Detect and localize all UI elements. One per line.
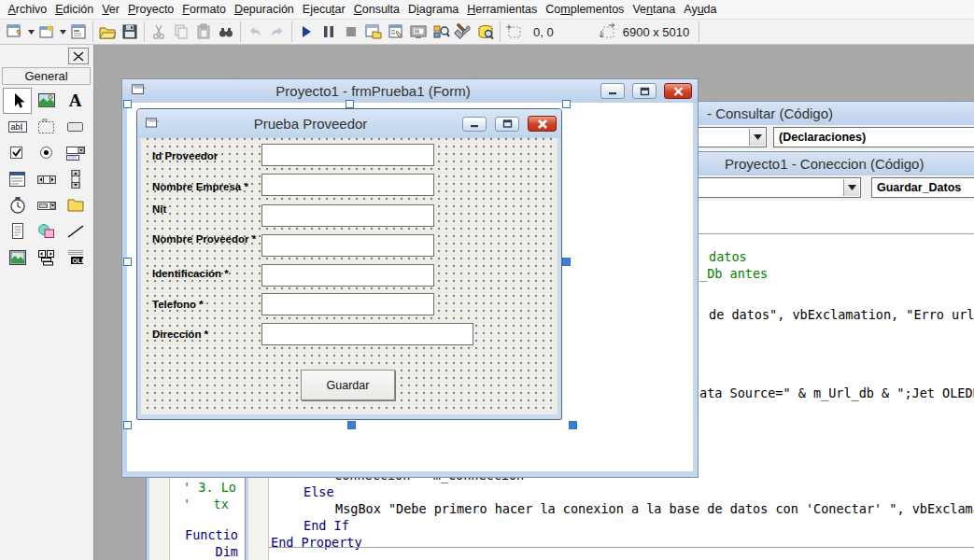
code-line: ' 3. Lo — [183, 480, 236, 495]
tool-frame[interactable]: xy — [32, 114, 61, 140]
form-prueba-proveedor[interactable]: Prueba Proveedor Id Proveedor Nombre Emp… — [136, 108, 562, 420]
selection-handle[interactable] — [123, 421, 132, 429]
menu-ver[interactable]: Ver — [98, 1, 124, 18]
paste-icon[interactable] — [192, 21, 215, 42]
selection-handle[interactable] — [562, 258, 571, 266]
save-project-icon[interactable] — [119, 21, 141, 42]
end-icon[interactable] — [340, 21, 362, 42]
combo-dropdown-icon[interactable] — [749, 129, 765, 146]
selection-handle[interactable] — [347, 421, 356, 429]
guardar-button[interactable]: Guardar — [301, 370, 395, 400]
code-line: _Db antes — [699, 266, 768, 281]
textbox-identificacion[interactable] — [261, 264, 434, 287]
textbox-nit[interactable] — [261, 204, 434, 227]
tool-label[interactable]: A — [61, 88, 90, 114]
break-icon[interactable] — [318, 21, 340, 42]
menu-ejecutar[interactable]: Ejecutar — [298, 1, 349, 18]
combo-dropdown-icon[interactable] — [843, 179, 859, 196]
add-form-dropdown-icon[interactable] — [58, 21, 67, 42]
tool-commandbutton[interactable] — [61, 114, 90, 140]
toolbox-close-button[interactable] — [68, 48, 89, 64]
form-titlebar: Prueba Proveedor — [137, 109, 561, 138]
textbox-nombre-proveedor[interactable] — [261, 234, 434, 257]
designer-close-button[interactable] — [664, 83, 692, 99]
data-view-window-icon[interactable] — [474, 21, 497, 42]
add-project-dropdown-icon[interactable] — [26, 21, 35, 42]
form-layout-window-icon[interactable] — [407, 21, 430, 42]
selection-handle[interactable] — [562, 100, 571, 108]
textbox-telefono[interactable] — [261, 293, 434, 315]
copy-icon[interactable] — [170, 21, 192, 42]
tool-filelistbox[interactable] — [3, 218, 32, 245]
tool-data[interactable] — [32, 245, 61, 271]
start-icon[interactable] — [295, 21, 318, 42]
menu-ayuda[interactable]: Ayuda — [680, 1, 721, 18]
tool-vscrollbar[interactable] — [61, 166, 90, 192]
menu-diagrama[interactable]: Diagrama — [404, 1, 463, 18]
tool-drivelistbox[interactable] — [32, 192, 61, 218]
consultar-proc-combo[interactable]: (Declaraciones) — [773, 127, 974, 147]
add-form-icon[interactable] — [35, 21, 58, 42]
designer-maximize-button[interactable] — [632, 83, 656, 99]
field-label-telefono: Telefono * — [152, 299, 204, 310]
tool-pointer[interactable] — [3, 88, 32, 114]
selection-handle[interactable] — [123, 100, 132, 108]
object-browser-icon[interactable] — [430, 21, 452, 42]
menu-formato[interactable]: Formato — [178, 1, 231, 18]
form-close-button[interactable] — [528, 116, 557, 132]
tool-hscrollbar[interactable] — [32, 166, 61, 192]
menu-editor-icon[interactable] — [67, 21, 90, 42]
project-explorer-icon[interactable] — [362, 21, 385, 42]
find-icon[interactable] — [215, 21, 237, 42]
code-line: Else — [303, 484, 334, 499]
tool-dirlistbox[interactable] — [61, 192, 90, 218]
tool-combobox[interactable] — [61, 140, 90, 166]
menu-depuracion[interactable]: Depuración — [230, 1, 298, 18]
tool-picturebox[interactable] — [32, 88, 61, 114]
tool-timer[interactable] — [3, 192, 32, 218]
svg-text:ab: ab — [10, 122, 20, 132]
toolbox-icon[interactable] — [452, 21, 474, 42]
selection-handle[interactable] — [346, 100, 354, 108]
menu-bar: Archivo Edición Ver Proyecto Formato Dep… — [0, 0, 974, 20]
textbox-direccion[interactable] — [261, 323, 473, 345]
field-label-nombre-empresa: Nombre Empresa * — [152, 181, 248, 192]
tool-listbox[interactable] — [3, 166, 32, 192]
menu-proyecto[interactable]: Proyecto — [123, 1, 177, 18]
tool-ole[interactable]: OLE — [61, 245, 90, 271]
designer-minimize-button[interactable] — [600, 83, 625, 99]
menu-herramientas[interactable]: Herramientas — [463, 1, 542, 18]
redo-icon[interactable] — [266, 21, 289, 42]
cut-icon[interactable] — [148, 21, 170, 42]
menu-archivo[interactable]: Archivo — [4, 1, 51, 18]
tool-textbox[interactable]: ab — [3, 114, 32, 140]
tool-shape[interactable] — [32, 218, 61, 245]
selection-handle[interactable] — [123, 258, 132, 266]
menu-complementos[interactable]: Complementos — [542, 1, 628, 18]
textbox-id-proveedor[interactable] — [261, 144, 434, 166]
open-project-icon[interactable] — [96, 21, 119, 42]
properties-window-icon[interactable] — [385, 21, 407, 42]
form-maximize-button[interactable] — [495, 117, 519, 132]
selection-handle[interactable] — [569, 421, 577, 429]
undo-icon[interactable] — [244, 21, 266, 42]
tool-checkbox[interactable] — [3, 140, 32, 166]
menu-edicion[interactable]: Edición — [51, 1, 98, 18]
menu-ventana[interactable]: Ventana — [628, 1, 680, 18]
toolbox-tab-general[interactable]: General — [2, 67, 91, 85]
tool-line[interactable] — [61, 218, 90, 245]
coneccion-proc-combo[interactable]: Guardar_Datos — [871, 177, 974, 198]
tool-image[interactable] — [3, 245, 32, 271]
designer-client: Prueba Proveedor Id Proveedor Nombre Emp… — [127, 103, 693, 471]
form-minimize-button[interactable] — [462, 117, 487, 132]
menu-consulta[interactable]: Consulta — [349, 1, 403, 18]
tool-optionbutton[interactable] — [32, 140, 61, 166]
designer-titlebar[interactable]: Proyecto1 - frmPrueba1 (Form) — [122, 79, 698, 103]
toolbox-grid: A ab xy OLE — [3, 88, 91, 271]
code-line: MsgBox "Debe primero hacer la conexion a… — [335, 501, 974, 516]
field-label-nombre-proveedor: Nombre Proveedor * — [152, 233, 256, 245]
add-project-icon[interactable] — [4, 21, 26, 42]
form-design-surface[interactable]: Id Proveedor Nombre Empresa * Nit Nombre… — [141, 138, 558, 414]
textbox-nombre-empresa[interactable] — [261, 174, 434, 196]
position-indicator-icon — [503, 21, 526, 42]
